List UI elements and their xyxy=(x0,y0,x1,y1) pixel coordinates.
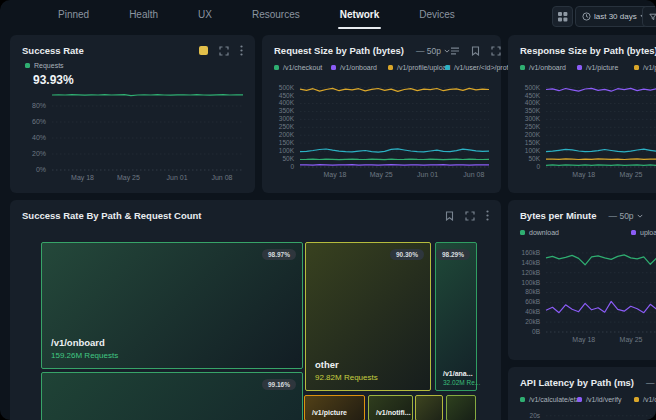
response-size-chart: 500K450K400K350K300K250K200K150K100K50K0 xyxy=(520,82,656,167)
legend-label: Requests xyxy=(34,62,64,69)
expand-icon[interactable] xyxy=(491,46,501,56)
dashboard-page: Pinned Health UX Resources Network Devic… xyxy=(0,0,656,420)
treemap-tile[interactable]: 98.97%/v1/onboard159.26M Requests xyxy=(41,242,303,369)
tile-request-count: 32.02M Re... xyxy=(443,379,480,386)
y-axis-tick: 80kB xyxy=(525,288,540,296)
plot-area[interactable] xyxy=(546,82,656,167)
panel-title: Success Rate xyxy=(22,45,84,56)
tile-path-label: other xyxy=(315,359,378,370)
treemap-tile[interactable] xyxy=(446,395,476,420)
y-axis-tick: 40% xyxy=(32,134,46,142)
y-axis-tick: 100K xyxy=(279,147,294,155)
legend-label: /v1/profile/upload xyxy=(397,64,450,71)
legend-item[interactable]: /v1/checkout xyxy=(274,64,322,71)
legend-item[interactable]: /v1/picture xyxy=(577,64,618,71)
tab-network[interactable]: Network xyxy=(340,0,379,30)
legend-label: /v1/id/verify xyxy=(586,396,621,403)
tab-health[interactable]: Health xyxy=(129,0,158,30)
tab-pinned[interactable]: Pinned xyxy=(58,0,89,30)
legend-item[interactable]: /v1/onboard xyxy=(634,396,656,403)
percentile-value: — 50p xyxy=(416,46,441,56)
y-axis-tick: 120kB xyxy=(522,269,540,277)
panel-title: API Latency by Path (ms) xyxy=(520,377,634,388)
legend-item[interactable]: /v1/calculate/eta xyxy=(520,396,580,403)
chart-legend: downloadupload xyxy=(520,229,656,239)
tile-path-label: /v1/notifi... xyxy=(376,409,411,416)
legend-item[interactable]: /v1/id/verify xyxy=(577,396,621,403)
y-axis-tick: 300K xyxy=(525,115,540,123)
tile-labels: other92.82M Requests xyxy=(315,359,378,382)
legend-item[interactable]: download xyxy=(520,229,559,236)
kebab-menu-icon[interactable] xyxy=(240,45,243,56)
x-axis-tick: May 18 xyxy=(572,171,595,178)
legend-color-dot xyxy=(520,230,525,235)
legend-label: /v1/picture xyxy=(586,64,618,71)
annotation-icon[interactable] xyxy=(199,46,208,55)
success-rate-value: 93.93% xyxy=(33,73,255,86)
percentile-value: — 50p xyxy=(609,211,634,221)
y-axis-tick: 0% xyxy=(36,166,46,174)
percentile-dropdown[interactable]: — 50p xyxy=(609,211,643,221)
plot-area[interactable] xyxy=(546,414,656,420)
legend-label: /v1/user/<id>/profile xyxy=(454,64,515,71)
expand-icon[interactable] xyxy=(219,46,229,56)
tab-ux[interactable]: UX xyxy=(198,0,212,30)
legend-item[interactable]: /v1/onboard xyxy=(520,64,566,71)
panel-title: Request Size by Path (bytes) xyxy=(274,45,404,56)
legend-item[interactable]: /v1/profile/upload xyxy=(634,64,656,71)
x-axis-tick: May 18 xyxy=(323,171,346,178)
legend-item[interactable]: Requests xyxy=(25,62,64,69)
chevron-down-icon xyxy=(637,214,643,218)
tile-path-label: /v1/onboard xyxy=(51,337,118,348)
legend-item[interactable]: /v1/profile/upload xyxy=(388,64,450,71)
x-axis-tick: May 25 xyxy=(620,336,643,343)
panel-success-rate: Success Rate Requests 93.93% 80%60%40%20… xyxy=(10,35,255,193)
treemap-tile[interactable] xyxy=(415,395,443,420)
panel-title: Bytes per Minute xyxy=(520,210,597,221)
percentile-dropdown[interactable]: — 50p xyxy=(646,378,656,388)
treemap-tile[interactable]: 99.16% xyxy=(41,372,303,420)
plot-area[interactable] xyxy=(300,82,489,167)
treemap-tile[interactable]: 98.29%/v1/ana...32.02M Re... xyxy=(435,242,477,391)
plot-area[interactable] xyxy=(52,86,243,170)
treemap-tile[interactable]: 90.30%other92.82M Requests xyxy=(305,242,431,391)
x-axis-tick: Jun 01 xyxy=(417,171,438,178)
plot-area[interactable] xyxy=(546,247,656,332)
treemap-tile[interactable]: /v1/picture xyxy=(304,395,365,420)
request-size-chart: 500K450K400K350K300K250K200K150K100K50K0 xyxy=(274,82,489,167)
y-axis-tick: 100K xyxy=(525,147,540,155)
x-axis: May 18May 25Jun 01Jun 08 xyxy=(52,172,243,184)
top-nav: Pinned Health UX Resources Network Devic… xyxy=(0,0,656,30)
legend-item[interactable]: /v1/user/<id>/profile xyxy=(445,64,515,71)
percentile-value: — 50p xyxy=(646,378,656,388)
tile-labels: /v1/ana...32.02M Re... xyxy=(443,370,480,386)
y-axis-tick: 20kB xyxy=(525,318,540,326)
legend-item[interactable]: /v1/onboard xyxy=(331,64,377,71)
treemap-tile[interactable]: /v1/notifi... xyxy=(368,395,413,420)
chart-legend: /v1/checkout/v1/onboard/v1/profile/uploa… xyxy=(274,64,489,74)
nav-tabs: Pinned Health UX Resources Network Devic… xyxy=(58,0,455,30)
legend-color-dot xyxy=(577,65,582,70)
y-axis: 80%60%40%20%0% xyxy=(22,86,52,170)
tab-devices[interactable]: Devices xyxy=(419,0,455,30)
layout-grid-icon[interactable] xyxy=(552,6,573,27)
x-axis-tick: May 25 xyxy=(620,171,643,178)
panel-bytes-per-minute: Bytes per Minute — 50p downloadupload 16… xyxy=(508,200,656,360)
y-axis-tick: 20% xyxy=(32,150,46,158)
filter-compare-button[interactable]: Filter/Co xyxy=(642,6,656,27)
y-axis-tick: 250K xyxy=(525,123,540,131)
y-axis-tick: 150K xyxy=(525,139,540,147)
legend-label: /v1/onboard xyxy=(529,64,566,71)
flag-icon[interactable] xyxy=(471,46,480,56)
percentile-dropdown[interactable]: — 50p xyxy=(416,46,450,56)
chart-type-icon[interactable] xyxy=(450,46,460,56)
legend-item[interactable]: upload xyxy=(631,229,656,236)
tile-labels: /v1/onboard159.26M Requests xyxy=(51,337,118,360)
chart-legend: /v1/onboard/v1/picture/v1/profile/upload xyxy=(520,64,656,74)
y-axis: 160kB140kB120kB100kB80kB60kB40kB20kB0B xyxy=(520,247,546,332)
x-axis-tick: May 25 xyxy=(370,171,393,178)
y-axis-tick: 350K xyxy=(525,107,540,115)
tile-labels: /v1/notifi... xyxy=(376,409,411,416)
tab-resources[interactable]: Resources xyxy=(252,0,300,30)
legend-label: /v1/calculate/eta xyxy=(529,396,580,403)
